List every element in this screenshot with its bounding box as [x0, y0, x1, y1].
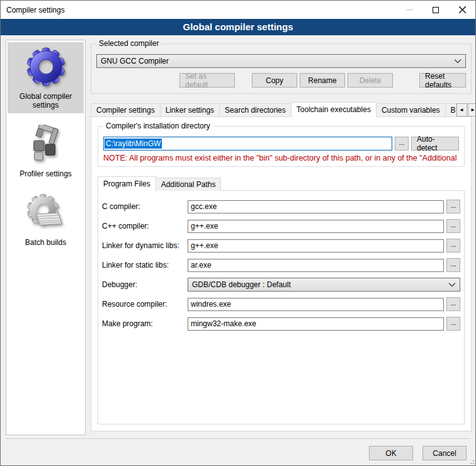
cpp-compiler-input[interactable]: [188, 220, 444, 233]
cancel-button[interactable]: Cancel: [422, 446, 467, 460]
linker-static-browse-button[interactable]: ...: [446, 258, 460, 272]
tab-search-directories[interactable]: Search directories: [219, 103, 292, 116]
field-row-linker-static: Linker for static libs: ...: [102, 258, 460, 272]
resource-compiler-label: Resource compiler:: [102, 300, 188, 309]
field-row-linker-dynamic: Linker for dynamic libs: ...: [102, 239, 460, 253]
set-as-default-button[interactable]: Set as default: [179, 73, 235, 88]
sidebar-item-profiler-settings[interactable]: Profiler settings: [8, 120, 84, 182]
make-program-label: Make program:: [102, 319, 188, 328]
sidebar-item-label: Batch builds: [25, 238, 66, 247]
ok-button[interactable]: OK: [369, 446, 413, 460]
tab-scroll-left-button[interactable]: ◄: [456, 103, 467, 116]
linker-static-input[interactable]: [188, 259, 444, 272]
auto-detect-button[interactable]: Auto-detect: [411, 137, 459, 151]
rename-button[interactable]: Rename: [300, 73, 345, 88]
reset-defaults-button[interactable]: Reset defaults: [419, 73, 466, 88]
compiler-button-row: Set as default Copy Rename Delete Reset …: [96, 73, 466, 88]
chevron-down-icon: [448, 282, 456, 287]
minimize-icon: [406, 9, 413, 10]
subtab-additional-paths[interactable]: Additional Paths: [156, 178, 222, 191]
installation-directory-input[interactable]: C:\raylib\MinGW: [103, 137, 392, 151]
tab-compiler-settings[interactable]: Compiler settings: [91, 103, 161, 116]
close-button[interactable]: [449, 1, 475, 19]
resource-compiler-input[interactable]: [188, 298, 444, 311]
subtab-program-files[interactable]: Program Files: [98, 176, 156, 191]
minimize-button[interactable]: [396, 1, 422, 19]
field-row-resource-compiler: Resource compiler: ...: [102, 297, 460, 311]
titlebar: Compiler settings: [1, 1, 475, 19]
maximize-icon: [433, 7, 439, 13]
sidebar-item-batch-builds[interactable]: Batch builds: [8, 188, 84, 251]
tab-build[interactable]: Build: [445, 103, 456, 116]
tab-linker-settings[interactable]: Linker settings: [160, 103, 220, 116]
blue-gear-icon: [26, 47, 65, 88]
installation-directory-selected-text: C:\raylib\MinGW: [105, 139, 162, 149]
window-title: Compiler settings: [1, 6, 396, 14]
linker-dynamic-label: Linker for dynamic libs:: [102, 241, 188, 250]
program-files-panel: C compiler: ... C++ compiler: ... Linker…: [98, 190, 465, 424]
make-program-input[interactable]: [188, 317, 444, 331]
c-compiler-input[interactable]: [188, 200, 444, 213]
toolchain-executables-panel: Compiler's installation directory C:\ray…: [91, 116, 472, 431]
close-icon: [459, 6, 466, 13]
bin-subdirectory-note: NOTE: All programs must exist either in …: [103, 154, 459, 162]
make-program-browse-button[interactable]: ...: [446, 317, 460, 331]
chevron-down-icon: [454, 59, 462, 64]
programs-subtabstrip: Program Files Additional Paths: [98, 176, 465, 191]
field-row-c-compiler: C compiler: ...: [102, 200, 460, 213]
maximize-button[interactable]: [422, 1, 449, 19]
gray-gear-stack-icon: [26, 193, 65, 234]
compiler-settings-dialog: Compiler settings Global compiler settin…: [0, 0, 476, 466]
page-title: Global compiler settings: [1, 19, 475, 35]
field-row-make-program: Make program: ...: [102, 317, 460, 331]
installation-directory-group: Compiler's installation directory C:\ray…: [98, 126, 465, 167]
installation-directory-group-label: Compiler's installation directory: [103, 122, 213, 130]
tab-toolchain-executables[interactable]: Toolchain executables: [291, 102, 377, 117]
tab-custom-variables[interactable]: Custom variables: [376, 103, 446, 116]
field-row-debugger: Debugger: GDB/CDB debugger : Default: [102, 278, 460, 292]
sidebar-item-label: Profiler settings: [20, 169, 72, 178]
compiler-select-value: GNU GCC Compiler: [101, 57, 454, 65]
linker-dynamic-input[interactable]: [188, 239, 444, 253]
cpp-compiler-label: C++ compiler:: [102, 222, 188, 230]
cpp-compiler-browse-button[interactable]: ...: [446, 219, 460, 233]
debugger-select-value: GDB/CDB debugger : Default: [192, 280, 448, 289]
compiler-select[interactable]: GNU GCC Compiler: [96, 54, 466, 68]
resize-grip-icon[interactable]: [468, 458, 474, 464]
sidebar-item-global-compiler-settings[interactable]: Global compiler settings: [8, 42, 84, 113]
directory-browse-button[interactable]: ...: [395, 137, 409, 151]
debugger-select[interactable]: GDB/CDB debugger : Default: [188, 278, 460, 292]
selected-compiler-group-label: Selected compiler: [96, 39, 161, 48]
footer-divider: [6, 438, 470, 439]
tab-scroll-right-button[interactable]: ►: [468, 103, 476, 116]
installation-directory-row: C:\raylib\MinGW ... Auto-detect: [103, 137, 459, 151]
tab-scroll-arrows: ◄ ►: [456, 103, 476, 116]
caliper-blocks-icon: [26, 125, 65, 166]
resource-compiler-browse-button[interactable]: ...: [446, 297, 460, 311]
arrow-left-icon: ◄: [459, 107, 464, 113]
selected-compiler-group: Selected compiler GNU GCC Compiler Set a…: [91, 43, 472, 94]
sidebar-item-label: Global compiler settings: [9, 92, 82, 110]
linker-static-label: Linker for static libs:: [102, 261, 188, 270]
settings-category-list: Global compiler settings Profiler settin…: [6, 40, 86, 435]
arrow-right-icon: ►: [470, 107, 475, 113]
copy-button[interactable]: Copy: [252, 73, 297, 88]
linker-dynamic-browse-button[interactable]: ...: [446, 239, 460, 253]
field-row-cpp-compiler: C++ compiler: ...: [102, 219, 460, 233]
c-compiler-label: C compiler:: [102, 202, 188, 211]
main-panel: Selected compiler GNU GCC Compiler Set a…: [91, 38, 472, 431]
settings-tabstrip: Compiler settings Linker settings Search…: [91, 101, 472, 116]
c-compiler-browse-button[interactable]: ...: [446, 200, 460, 213]
debugger-label: Debugger:: [102, 280, 188, 289]
delete-button[interactable]: Delete: [348, 73, 393, 88]
